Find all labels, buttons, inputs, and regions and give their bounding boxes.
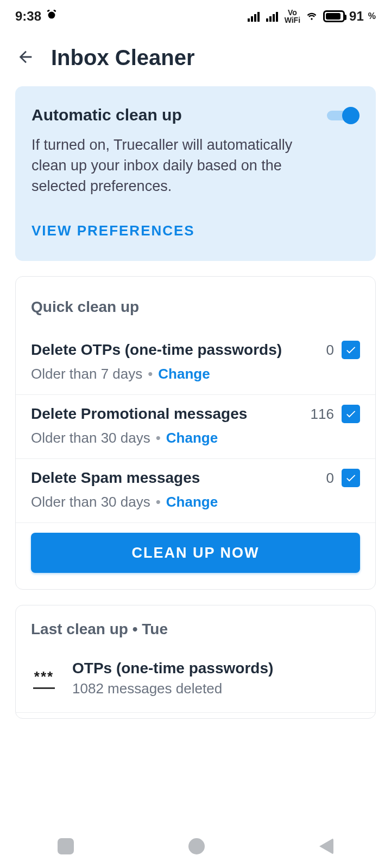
separator-dot: • (156, 430, 161, 446)
svg-rect-1 (47, 9, 50, 12)
svg-point-0 (48, 12, 55, 19)
last-cleanup-card: Last clean up • Tue *** OTPs (one-time p… (15, 605, 376, 719)
nav-home-icon[interactable] (188, 838, 205, 854)
cleanup-item-title: Delete OTPs (one-time passwords) (31, 341, 282, 359)
quick-cleanup-title: Quick clean up (16, 293, 375, 331)
back-icon[interactable] (16, 48, 35, 68)
cleanup-item-change-link[interactable]: Change (166, 494, 218, 510)
app-header: Inbox Cleaner (0, 33, 391, 86)
svg-rect-7 (266, 18, 268, 22)
auto-cleanup-description: If turned on, Truecaller will automatica… (31, 135, 314, 196)
auto-cleanup-title: Automatic clean up (31, 106, 182, 124)
battery-unit: % (368, 11, 376, 21)
svg-rect-3 (248, 18, 250, 22)
alarm-icon (46, 9, 58, 24)
cleanup-item-otps: Delete OTPs (one-time passwords) 0 Older… (16, 331, 375, 395)
cleanup-item-older: Older than 7 days (31, 366, 142, 382)
separator-dot: • (148, 366, 153, 382)
vowifi-icon: VoWiFi (285, 9, 300, 24)
nav-recent-icon[interactable] (58, 838, 74, 854)
clean-up-now-button[interactable]: CLEAN UP NOW (31, 533, 360, 573)
quick-cleanup-card: Quick clean up Delete OTPs (one-time pas… (15, 276, 376, 590)
cleanup-item-spam: Delete Spam messages 0 Older than 30 day… (16, 459, 375, 523)
result-subtitle: 1082 messages deleted (72, 680, 273, 697)
svg-rect-8 (269, 16, 272, 22)
cleanup-item-change-link[interactable]: Change (158, 366, 210, 382)
view-preferences-link[interactable]: VIEW PREFERENCES (31, 222, 195, 239)
cleanup-item-older: Older than 30 days (31, 494, 150, 510)
status-left: 9:38 (15, 9, 58, 24)
last-cleanup-title: Last clean up • Tue (16, 621, 375, 653)
cleanup-item-change-link[interactable]: Change (166, 430, 218, 446)
cleanup-item-count: 0 (326, 342, 334, 359)
system-nav-bar (0, 825, 391, 868)
svg-rect-5 (254, 14, 256, 22)
cleanup-item-older: Older than 30 days (31, 430, 150, 446)
cleanup-item-checkbox[interactable] (342, 341, 360, 359)
page-title: Inbox Cleaner (51, 46, 195, 70)
auto-cleanup-card: Automatic clean up If turned on, Truecal… (15, 86, 376, 261)
cleanup-item-title: Delete Spam messages (31, 469, 200, 487)
otp-icon: *** (31, 668, 57, 689)
signal-icon (248, 11, 262, 22)
cleanup-item-title: Delete Promotional messages (31, 405, 247, 423)
separator-dot: • (156, 494, 161, 510)
nav-back-icon[interactable] (319, 838, 333, 854)
signal-icon-2 (266, 11, 280, 22)
last-cleanup-result: *** OTPs (one-time passwords) 1082 messa… (16, 653, 375, 713)
status-right: VoWiFi 91% (248, 9, 376, 24)
wifi-icon (305, 11, 319, 22)
status-bar: 9:38 VoWiFi 91% (0, 0, 391, 33)
cleanup-item-checkbox[interactable] (342, 469, 360, 487)
svg-rect-6 (257, 12, 260, 22)
result-title: OTPs (one-time passwords) (72, 660, 273, 677)
cleanup-item-count: 116 (311, 406, 334, 423)
svg-rect-4 (251, 16, 253, 22)
svg-rect-2 (53, 9, 56, 12)
svg-rect-9 (273, 14, 275, 22)
cleanup-item-count: 0 (326, 470, 334, 487)
battery-icon (323, 10, 345, 22)
cleanup-item-promotional: Delete Promotional messages 116 Older th… (16, 395, 375, 459)
auto-cleanup-toggle[interactable] (327, 107, 360, 123)
svg-rect-10 (276, 12, 278, 22)
status-time: 9:38 (15, 9, 41, 24)
battery-percent: 91 (349, 9, 364, 24)
cleanup-item-checkbox[interactable] (342, 405, 360, 423)
